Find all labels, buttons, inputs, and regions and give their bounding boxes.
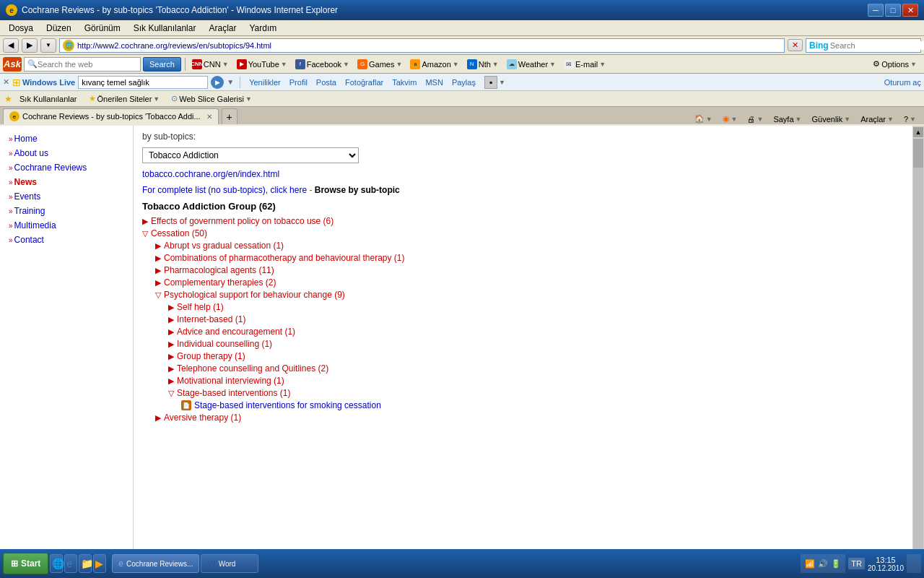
stage-article-link[interactable]: Stage-based interventions for smoking ce… bbox=[194, 400, 381, 410]
system-clock[interactable]: 13:15 20.12.2010 bbox=[868, 556, 904, 572]
youtube-dropdown[interactable]: ▼ bbox=[281, 61, 287, 68]
live-nav-takvim[interactable]: Takvim bbox=[389, 78, 419, 87]
scroll-thumb[interactable] bbox=[913, 139, 923, 168]
cnn-dropdown[interactable]: ▼ bbox=[222, 61, 229, 68]
tobacco-link[interactable]: tobacco.cochrane.org/en/index.html bbox=[142, 169, 904, 179]
tab-close-button[interactable]: ✕ bbox=[206, 113, 212, 121]
cmd-tools[interactable]: Araçlar ▼ bbox=[857, 114, 897, 124]
telephone-link[interactable]: Telephone counselling and Quitlines (2) bbox=[177, 363, 328, 374]
subtopic-dropdown[interactable]: Tobacco Addiction bbox=[142, 147, 359, 163]
onerilen-siteler-button[interactable]: ★ Önerilen Siteler ▼ bbox=[84, 93, 165, 104]
live-nav-posta[interactable]: Posta bbox=[313, 78, 339, 87]
abrupt-link[interactable]: Abrupt vs gradual cessation (1) bbox=[164, 241, 284, 251]
games-button[interactable]: G Games ▼ bbox=[354, 57, 405, 72]
about-link[interactable]: About us bbox=[14, 148, 48, 158]
live-close-button[interactable]: ✕ bbox=[3, 77, 9, 87]
sidebar-item-multimedia[interactable]: »Multimedia bbox=[0, 218, 133, 233]
weather-dropdown[interactable]: ▼ bbox=[549, 61, 556, 68]
cochrane-link[interactable]: Cochrane Reviews bbox=[14, 163, 87, 173]
expand-internet-arrow[interactable]: ▶ bbox=[168, 315, 174, 324]
web-slice-button[interactable]: ⊙ Web Slice Galerisi ▼ bbox=[167, 93, 256, 104]
expand-aversive-arrow[interactable]: ▶ bbox=[155, 413, 161, 423]
back-button[interactable]: ◀ bbox=[3, 38, 19, 53]
govt-link[interactable]: Effects of government policy on tobacco … bbox=[151, 216, 334, 226]
individual-link[interactable]: Individual counselling (1) bbox=[177, 339, 272, 349]
live-search-button[interactable]: ▶ bbox=[211, 76, 224, 89]
selfhelp-link[interactable]: Self help (1) bbox=[177, 302, 224, 312]
sidebar-item-news[interactable]: »News bbox=[0, 175, 133, 189]
active-tab[interactable]: e Cochrane Reviews - by sub-topics 'Toba… bbox=[3, 108, 219, 124]
cmd-feeds[interactable]: ◉ ▼ bbox=[719, 113, 741, 124]
oturum-ac-button[interactable]: Oturum aç bbox=[884, 78, 921, 87]
expand-individual-arrow[interactable]: ▶ bbox=[168, 340, 174, 349]
maximize-button[interactable]: □ bbox=[885, 4, 901, 17]
menu-sik[interactable]: Sık Kullanılanlar bbox=[128, 22, 202, 35]
contact-link[interactable]: Contact bbox=[14, 235, 44, 245]
expand-abrupt-arrow[interactable]: ▶ bbox=[155, 241, 161, 251]
expand-govt-arrow[interactable]: ▶ bbox=[142, 217, 148, 226]
expand-combinations-arrow[interactable]: ▶ bbox=[155, 254, 161, 263]
taskbar-active-window[interactable]: e Cochrane Reviews... bbox=[112, 554, 199, 573]
menu-dosya[interactable]: Dosya bbox=[3, 22, 39, 35]
cnn-button[interactable]: CNN CNN ▼ bbox=[189, 57, 232, 72]
taskbar-ie-item[interactable]: 🌐 bbox=[50, 554, 63, 573]
battery-icon[interactable]: 🔋 bbox=[831, 558, 841, 569]
taskbar-folder-item[interactable]: e bbox=[64, 554, 77, 573]
right-scrollbar[interactable]: ▲ ▼ bbox=[912, 126, 924, 562]
dropdown-button[interactable]: ▼ bbox=[40, 38, 56, 53]
live-search-input[interactable] bbox=[78, 76, 208, 89]
youtube-button[interactable]: ▶ YouTube ▼ bbox=[234, 57, 290, 72]
expand-advice-arrow[interactable]: ▶ bbox=[168, 327, 174, 337]
motivational-link[interactable]: Motivational interviewing (1) bbox=[177, 376, 284, 386]
expand-selfhelp-arrow[interactable]: ▶ bbox=[168, 303, 174, 312]
facebook-dropdown[interactable]: ▼ bbox=[343, 61, 349, 68]
taskbar-word-item[interactable]: W Word bbox=[201, 554, 258, 573]
pharma-link[interactable]: Pharmacological agents (11) bbox=[164, 265, 274, 275]
cessation-link[interactable]: Cessation (50) bbox=[151, 228, 207, 238]
cmd-security[interactable]: Güvenlik ▼ bbox=[808, 114, 854, 124]
sidebar-item-about[interactable]: »About us bbox=[0, 146, 133, 160]
refresh-button[interactable]: ✕ bbox=[788, 39, 803, 51]
sidebar-item-events[interactable]: »Events bbox=[0, 189, 133, 204]
facebook-button[interactable]: f Facebook ▼ bbox=[292, 57, 352, 72]
start-button[interactable]: ⊞ Start bbox=[3, 553, 48, 574]
sidebar-item-contact[interactable]: »Contact bbox=[0, 233, 133, 247]
menu-araclar[interactable]: Araçlar bbox=[203, 22, 242, 35]
live-nav-msn[interactable]: MSN bbox=[422, 78, 445, 87]
menu-yardim[interactable]: Yardım bbox=[243, 22, 282, 35]
volume-icon[interactable]: 🔊 bbox=[818, 558, 828, 569]
amazon-dropdown[interactable]: ▼ bbox=[453, 61, 459, 68]
taskbar-media-item[interactable]: ▶ bbox=[93, 554, 106, 573]
forward-button[interactable]: ▶ bbox=[22, 38, 38, 53]
cmd-home[interactable]: 🏠 ▼ bbox=[691, 113, 716, 124]
nth-button[interactable]: N Nth ▼ bbox=[464, 57, 502, 72]
expand-complementary-arrow[interactable]: ▶ bbox=[155, 278, 161, 288]
live-widget-button[interactable]: ▪ bbox=[484, 76, 497, 89]
complete-list-link[interactable]: For complete list (no sub-topics), click… bbox=[142, 185, 307, 195]
advice-link[interactable]: Advice and encouragement (1) bbox=[177, 327, 295, 337]
expand-stage-arrow[interactable]: ▽ bbox=[168, 389, 174, 398]
expand-group-arrow[interactable]: ▶ bbox=[168, 352, 174, 361]
nth-dropdown[interactable]: ▼ bbox=[492, 61, 499, 68]
language-badge[interactable]: TR bbox=[848, 558, 865, 569]
scroll-up-button[interactable]: ▲ bbox=[913, 127, 923, 137]
combinations-link[interactable]: Combinations of pharmacotherapy and beha… bbox=[164, 253, 405, 263]
aversive-link[interactable]: Aversive therapy (1) bbox=[164, 413, 241, 423]
address-field[interactable]: 🌐 http://www2.cochrane.org/reviews/en/su… bbox=[59, 38, 785, 53]
expand-psych-arrow[interactable]: ▽ bbox=[155, 290, 161, 300]
options-dropdown[interactable]: ▼ bbox=[910, 61, 917, 68]
email-button[interactable]: ✉ E-mail ▼ bbox=[561, 57, 609, 72]
multimedia-link[interactable]: Multimedia bbox=[14, 220, 56, 230]
live-widget-dropdown[interactable]: ▼ bbox=[499, 79, 505, 86]
search-button[interactable]: Search bbox=[143, 57, 181, 72]
events-link[interactable]: Events bbox=[14, 191, 41, 202]
sik-kullanilanlar-button[interactable]: Sık Kullanılanlar bbox=[15, 94, 82, 104]
menu-gorunum[interactable]: Görünüm bbox=[79, 22, 126, 35]
live-nav-paylas[interactable]: Paylaş bbox=[449, 78, 479, 87]
bing-search-input[interactable] bbox=[830, 41, 924, 50]
email-dropdown[interactable]: ▼ bbox=[599, 61, 606, 68]
stage-link[interactable]: Stage-based interventions (1) bbox=[177, 388, 290, 398]
sidebar-item-home[interactable]: »Home bbox=[0, 131, 133, 146]
live-nav-profil[interactable]: Profil bbox=[287, 78, 310, 87]
group-link[interactable]: Group therapy (1) bbox=[177, 351, 245, 361]
